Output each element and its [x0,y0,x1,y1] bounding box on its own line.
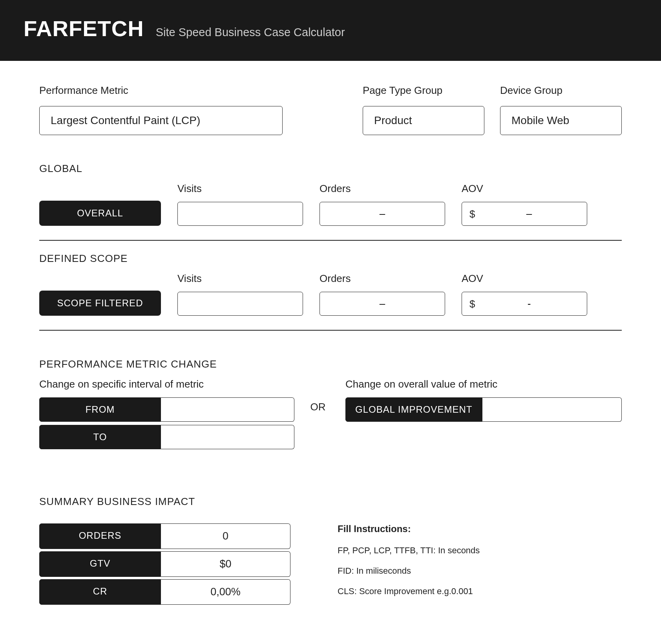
from-label: FROM [39,397,161,422]
main-content: Performance Metric Largest Contentful Pa… [0,61,661,631]
summary-orders-label: ORDERS [39,523,161,549]
filter-device-group: Device Group Mobile Web [500,84,622,135]
scope-orders-input[interactable] [320,292,445,316]
aov-wrap: $ [462,202,587,226]
scope-visits-col: Visits [177,273,303,316]
metric-label: Visits [177,183,303,195]
summary-row: ORDERS 0 GTV $0 CR 0,00% Fill Instructio… [39,523,622,607]
summary-gtv-label: GTV [39,551,161,577]
page-type-select[interactable]: Product [363,106,484,135]
global-orders-input[interactable] [320,202,445,226]
section-label-summary: SUMMARY BUSINESS IMPACT [39,496,622,508]
filter-label: Page Type Group [363,84,484,97]
instructions: Fill Instructions: FP, PCP, LCP, TTFB, T… [338,523,622,607]
change-sublabel: Change on overall value of metric [345,378,622,390]
app-subtitle: Site Speed Business Case Calculator [156,26,345,39]
metric-label: AOV [462,273,587,285]
scope-visits-input[interactable] [177,292,303,316]
overall-badge: OVERALL [39,201,161,226]
currency-symbol: $ [469,208,475,220]
to-label: TO [39,425,161,449]
divider [39,240,622,241]
global-visits-input[interactable] [177,202,303,226]
spacer [300,84,347,135]
section-label-scope: DEFINED SCOPE [39,252,622,265]
global-visits-col: Visits [177,183,303,226]
summary-cr-row: CR 0,00% [39,579,290,605]
currency-symbol: $ [469,298,475,310]
scope-aov-col: AOV $ [462,273,587,316]
summary-orders-value: 0 [161,523,290,549]
summary-cr-value: 0,00% [161,579,290,605]
filter-page-type: Page Type Group Product [363,84,484,135]
global-orders-col: Orders [320,183,445,226]
logo: FARFETCH [24,16,144,41]
app-header: FARFETCH Site Speed Business Case Calcul… [0,0,661,61]
from-pair: FROM [39,397,290,422]
from-input[interactable] [161,397,294,422]
change-interval-col: Change on specific interval of metric FR… [39,378,290,452]
global-section: GLOBAL OVERALL Visits Orders AOV $ [39,163,622,241]
summary-cr-label: CR [39,579,161,605]
or-text: OR [310,401,326,413]
scope-filtered-badge: SCOPE FILTERED [39,291,161,316]
summary-table: ORDERS 0 GTV $0 CR 0,00% [39,523,290,607]
change-row: Change on specific interval of metric FR… [39,378,622,452]
filters-row: Performance Metric Largest Contentful Pa… [39,84,622,135]
to-pair: TO [39,425,290,449]
change-section: PERFORMANCE METRIC CHANGE Change on spec… [39,358,622,452]
instructions-title: Fill Instructions: [338,523,622,534]
section-label-global: GLOBAL [39,163,622,175]
summary-orders-row: ORDERS 0 [39,523,290,549]
filter-label: Performance Metric [39,84,284,97]
device-group-select[interactable]: Mobile Web [500,106,622,135]
filter-label: Device Group [500,84,622,97]
summary-gtv-value: $0 [161,551,290,577]
global-aov-input[interactable] [462,202,587,226]
filter-performance-metric: Performance Metric Largest Contentful Pa… [39,84,284,135]
scope-aov-input[interactable] [462,292,587,316]
summary-section: SUMMARY BUSINESS IMPACT ORDERS 0 GTV $0 … [39,496,622,607]
instructions-line: FID: In miliseconds [338,566,622,576]
scope-orders-col: Orders [320,273,445,316]
section-label-change: PERFORMANCE METRIC CHANGE [39,358,622,370]
global-improvement-input[interactable] [482,397,622,422]
summary-gtv-row: GTV $0 [39,551,290,577]
metric-label: Orders [320,273,445,285]
performance-metric-select[interactable]: Largest Contentful Paint (LCP) [39,106,283,135]
change-sublabel: Change on specific interval of metric [39,378,290,390]
scope-section: DEFINED SCOPE SCOPE FILTERED Visits Orde… [39,252,622,331]
divider [39,330,622,331]
scope-row: SCOPE FILTERED Visits Orders AOV $ [39,273,622,316]
metric-label: AOV [462,183,587,195]
aov-wrap: $ [462,292,587,316]
to-input[interactable] [161,425,294,449]
instructions-line: CLS: Score Improvement e.g.0.001 [338,586,622,596]
global-row: OVERALL Visits Orders AOV $ [39,183,622,226]
instructions-line: FP, PCP, LCP, TTFB, TTI: In seconds [338,545,622,556]
or-label: OR [306,378,330,413]
change-global-col: Change on overall value of metric GLOBAL… [345,378,622,422]
global-improvement-pair: GLOBAL IMPROVEMENT [345,397,622,422]
metric-label: Orders [320,183,445,195]
global-aov-col: AOV $ [462,183,587,226]
metric-label: Visits [177,273,303,285]
global-improvement-label: GLOBAL IMPROVEMENT [345,397,482,422]
